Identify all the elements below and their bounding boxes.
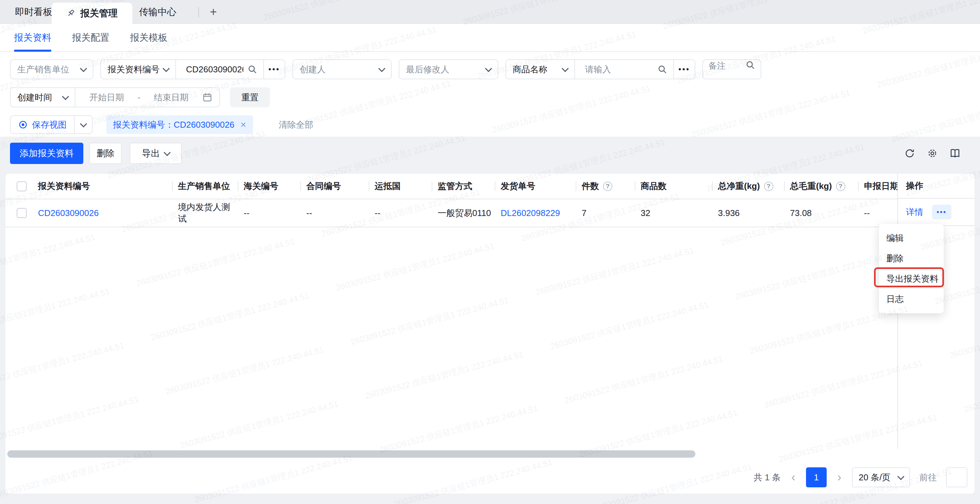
search-icon[interactable] xyxy=(745,60,755,79)
doc-no-input[interactable]: CD2603090026 xyxy=(176,60,263,79)
declaration-no-link[interactable]: CD2603090026 xyxy=(38,208,99,218)
calendar-icon xyxy=(202,92,213,103)
sub-tab-bar: 报关资料 报关配置 报关模板 xyxy=(0,24,980,52)
table-tools xyxy=(904,143,961,164)
next-page-icon[interactable]: › xyxy=(836,471,843,483)
page-size-select[interactable]: 20 条/页 xyxy=(852,467,910,487)
add-declaration-button[interactable]: 添加报关资料 xyxy=(10,143,83,164)
time-field-select[interactable]: 创建时间 xyxy=(11,88,75,107)
more-dots-icon: ••• xyxy=(678,65,690,74)
remark-input[interactable]: 备注 xyxy=(702,59,761,79)
refresh-icon[interactable] xyxy=(904,148,915,159)
cell-goods-count: 32 xyxy=(635,199,712,227)
reset-button[interactable]: 重置 xyxy=(230,87,270,107)
horizontal-scrollbar-thumb[interactable] xyxy=(7,450,695,458)
subtab-customs-template[interactable]: 报关模板 xyxy=(130,24,167,52)
doc-no-field-select[interactable]: 报关资料编号 xyxy=(101,60,175,79)
new-tab-button[interactable]: + xyxy=(206,0,221,24)
subtab-customs-data[interactable]: 报关资料 xyxy=(14,24,51,52)
table-row[interactable]: CD2603090026 境内发货人测试 -- -- -- 一般贸易0110 D… xyxy=(5,199,938,227)
tab-divider xyxy=(198,7,199,17)
tab-dashboard[interactable]: 即时看板 xyxy=(15,0,52,24)
product-search-group: 商品名称 请输入 ••• xyxy=(505,59,695,79)
col-header-goods-count[interactable]: 商品数 xyxy=(635,174,712,199)
goto-page-input[interactable] xyxy=(946,467,967,487)
delivery-no-link[interactable]: DL2602098229 xyxy=(501,208,560,218)
goto-label: 前往 xyxy=(920,472,937,483)
select-all-cell xyxy=(5,174,32,199)
select-all-checkbox[interactable] xyxy=(17,181,27,191)
product-input[interactable]: 请输入 xyxy=(575,60,673,79)
menu-item-edit[interactable]: 编辑 xyxy=(879,228,943,248)
col-header-declaration-no[interactable]: 报关资料编号 xyxy=(32,174,172,199)
cell-contract-no: -- xyxy=(300,199,369,227)
detail-link[interactable]: 详情 xyxy=(906,206,923,218)
col-header-net-weight[interactable]: 总净重(kg) ? xyxy=(712,174,784,199)
producer-select[interactable]: 生产销售单位 xyxy=(10,59,93,79)
cell-customs-no: -- xyxy=(238,199,300,227)
pin-icon xyxy=(66,9,76,18)
cell-gross-weight: 73.08 xyxy=(784,199,858,227)
subtab-customs-config[interactable]: 报关配置 xyxy=(72,24,109,52)
chevron-down-icon xyxy=(163,149,170,156)
settings-gear-icon[interactable] xyxy=(927,148,938,159)
close-icon[interactable]: × xyxy=(240,120,247,130)
col-header-delivery-no[interactable]: 发货单号 xyxy=(495,174,576,199)
doc-no-more-button[interactable]: ••• xyxy=(264,60,285,79)
column-settings-icon[interactable] xyxy=(949,148,961,159)
menu-item-delete[interactable]: 删除 xyxy=(879,248,943,269)
view-target-icon xyxy=(18,120,28,130)
col-header-actions: 操作 xyxy=(898,174,975,199)
save-view-dropdown-button[interactable] xyxy=(75,116,92,134)
chevron-down-icon xyxy=(80,120,87,127)
col-header-supervision-mode[interactable]: 监管方式 xyxy=(432,174,495,199)
row-checkbox[interactable] xyxy=(17,208,27,218)
cell-actions: 详情 ••• xyxy=(898,199,975,226)
help-icon[interactable]: ? xyxy=(836,182,845,191)
date-range-input[interactable]: 开始日期 - 结束日期 xyxy=(75,88,220,107)
delete-button[interactable]: 删除 xyxy=(89,143,122,164)
help-icon[interactable]: ? xyxy=(603,182,612,191)
help-icon[interactable]: ? xyxy=(764,182,773,191)
clear-all-button[interactable]: 清除全部 xyxy=(278,119,313,131)
chevron-down-icon xyxy=(897,473,904,480)
more-dots-icon: ••• xyxy=(268,65,280,74)
red-highlight-annotation xyxy=(874,267,944,287)
search-icon[interactable] xyxy=(247,64,257,74)
prev-page-icon[interactable]: ‹ xyxy=(790,471,797,483)
col-header-contract-no[interactable]: 合同编号 xyxy=(300,174,369,199)
pagination: 共 1 条 ‹ 1 › 20 条/页 前往 xyxy=(754,467,967,488)
search-icon[interactable] xyxy=(657,64,667,74)
col-header-pieces[interactable]: 件数 ? xyxy=(576,174,635,199)
create-time-range-group: 创建时间 开始日期 - 结束日期 xyxy=(10,87,220,107)
chevron-down-icon xyxy=(485,65,492,72)
menu-item-log[interactable]: 日志 xyxy=(879,289,943,309)
cell-supervision-mode: 一般贸易0110 xyxy=(432,199,495,227)
chevron-down-icon xyxy=(163,65,170,72)
cell-producer: 境内发货人测试 xyxy=(172,199,238,227)
save-view-button[interactable]: 保存视图 xyxy=(11,116,74,134)
more-dots-icon: ••• xyxy=(937,208,947,216)
row-more-actions-button[interactable]: ••• xyxy=(932,205,951,219)
modifier-select[interactable]: 最后修改人 xyxy=(399,59,498,79)
window-tab-bar: 即时看板 报关管理 传输中心 + xyxy=(0,0,980,24)
product-field-select[interactable]: 商品名称 xyxy=(506,60,574,79)
chevron-down-icon xyxy=(378,65,385,72)
chevron-down-icon xyxy=(80,65,87,72)
export-button[interactable]: 导出 xyxy=(130,143,182,164)
chevron-down-icon xyxy=(562,65,569,72)
col-header-producer[interactable]: 生产销售单位 xyxy=(172,174,238,199)
creator-select[interactable]: 创建人 xyxy=(292,59,392,79)
product-more-button[interactable]: ••• xyxy=(674,60,695,79)
cell-net-weight: 3.936 xyxy=(712,199,784,227)
tab-transfer-center[interactable]: 传输中心 xyxy=(139,0,177,24)
page-1-button[interactable]: 1 xyxy=(806,467,827,487)
table-header-row: 报关资料编号 生产销售单位 海关编号 合同编号 运抵国 监管方式 发货单号 件数… xyxy=(5,174,938,199)
cell-delivery-no: DL2602098229 xyxy=(495,199,576,227)
tab-customs-management[interactable]: 报关管理 xyxy=(52,3,132,24)
col-header-gross-weight[interactable]: 总毛重(kg) ? xyxy=(784,174,858,199)
col-header-customs-no[interactable]: 海关编号 xyxy=(238,174,300,199)
col-header-arrival-country[interactable]: 运抵国 xyxy=(369,174,432,199)
row-select-cell xyxy=(5,199,32,227)
table-toolbar: 添加报关资料 删除 导出 xyxy=(10,143,182,164)
